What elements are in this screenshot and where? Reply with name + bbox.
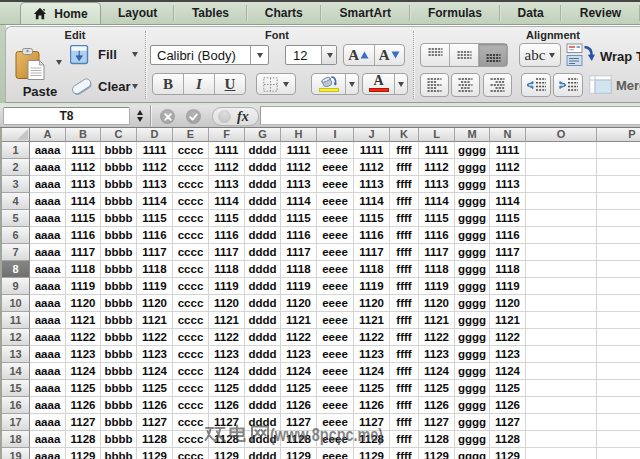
cell-b16[interactable]: 1126 <box>66 397 101 414</box>
cell-l14[interactable]: 1124 <box>419 363 455 380</box>
align-middle-button[interactable] <box>449 44 478 66</box>
cell-f8[interactable]: 1118 <box>209 261 245 278</box>
cell-h15[interactable]: 1125 <box>281 380 317 397</box>
font-color-dropdown[interactable] <box>394 74 407 94</box>
cell-b9[interactable]: 1119 <box>66 278 101 295</box>
cell-m3[interactable]: gggg <box>455 176 490 193</box>
row-header-7[interactable]: 7 <box>2 244 30 261</box>
cell-i12[interactable]: eeee <box>317 329 354 346</box>
cell-a7[interactable]: aaaa <box>30 244 66 261</box>
align-right-button[interactable] <box>483 73 512 97</box>
cell-e11[interactable]: cccc <box>173 312 209 329</box>
cell-n3[interactable]: 1113 <box>490 176 526 193</box>
cell-f9[interactable]: 1119 <box>209 278 245 295</box>
cell-p15[interactable] <box>597 380 640 397</box>
cell-k12[interactable]: ffff <box>390 329 419 346</box>
cell-f2[interactable]: 1112 <box>209 159 245 176</box>
cell-j15[interactable]: 1125 <box>354 380 390 397</box>
wrap-text-button[interactable]: Wrap Text <box>566 43 640 69</box>
cell-f11[interactable]: 1121 <box>209 312 245 329</box>
cell-n5[interactable]: 1115 <box>490 210 526 227</box>
cell-k16[interactable]: ffff <box>390 397 419 414</box>
cell-j11[interactable]: 1121 <box>354 312 390 329</box>
cell-f19[interactable]: 1129 <box>209 448 245 459</box>
increase-indent-button[interactable] <box>553 73 583 97</box>
cell-k8[interactable]: ffff <box>390 261 419 278</box>
cell-c2[interactable]: bbbb <box>101 159 137 176</box>
orientation-button[interactable]: abc <box>519 43 561 67</box>
font-size-combo[interactable]: 12 <box>285 45 337 65</box>
insert-function-button[interactable]: fx <box>212 107 259 126</box>
cell-j16[interactable]: 1126 <box>354 397 390 414</box>
cell-e6[interactable]: cccc <box>173 227 209 244</box>
cell-h4[interactable]: 1114 <box>281 193 317 210</box>
cell-l2[interactable]: 1112 <box>419 159 455 176</box>
row-header-10[interactable]: 10 <box>2 295 30 312</box>
cell-l13[interactable]: 1123 <box>419 346 455 363</box>
cell-c18[interactable]: bbbb <box>101 431 137 448</box>
cell-d6[interactable]: 1116 <box>137 227 173 244</box>
cell-i13[interactable]: eeee <box>317 346 354 363</box>
cell-l1[interactable]: 1111 <box>419 142 455 159</box>
cell-i16[interactable]: eeee <box>317 397 354 414</box>
cell-m8[interactable]: gggg <box>455 261 490 278</box>
cell-m4[interactable]: gggg <box>455 193 490 210</box>
cell-b14[interactable]: 1124 <box>66 363 101 380</box>
cell-j8[interactable]: 1118 <box>354 261 390 278</box>
row-header-1[interactable]: 1 <box>2 142 30 159</box>
cell-a8[interactable]: aaaa <box>30 261 66 278</box>
cell-i8[interactable]: eeee <box>317 261 354 278</box>
cell-p1[interactable] <box>597 142 640 159</box>
cell-f16[interactable]: 1126 <box>209 397 245 414</box>
cell-k7[interactable]: ffff <box>390 244 419 261</box>
cell-e14[interactable]: cccc <box>173 363 209 380</box>
cell-e2[interactable]: cccc <box>173 159 209 176</box>
cell-o11[interactable] <box>526 312 597 329</box>
cell-j18[interactable]: 1128 <box>354 431 390 448</box>
cell-o1[interactable] <box>526 142 597 159</box>
cell-l8[interactable]: 1118 <box>419 261 455 278</box>
cell-h14[interactable]: 1124 <box>281 363 317 380</box>
column-header-i[interactable]: I <box>317 128 354 142</box>
cell-p5[interactable] <box>597 210 640 227</box>
cell-k6[interactable]: ffff <box>390 227 419 244</box>
cell-o13[interactable] <box>526 346 597 363</box>
cell-a14[interactable]: aaaa <box>30 363 66 380</box>
row-header-6[interactable]: 6 <box>2 227 30 244</box>
cell-a6[interactable]: aaaa <box>30 227 66 244</box>
cell-o18[interactable] <box>526 431 597 448</box>
cell-h9[interactable]: 1119 <box>281 278 317 295</box>
cell-m16[interactable]: gggg <box>455 397 490 414</box>
cell-g2[interactable]: dddd <box>245 159 281 176</box>
tab-home[interactable]: Home <box>20 2 101 24</box>
cell-n9[interactable]: 1119 <box>490 278 526 295</box>
cell-m17[interactable]: gggg <box>455 414 490 431</box>
fill-button[interactable]: Fill <box>70 45 140 65</box>
merge-button[interactable]: Merge <box>589 74 640 98</box>
cell-n13[interactable]: 1123 <box>490 346 526 363</box>
cell-c13[interactable]: bbbb <box>101 346 137 363</box>
name-box-stepper[interactable] <box>133 107 147 125</box>
cell-h17[interactable]: 1127 <box>281 414 317 431</box>
cell-m13[interactable]: gggg <box>455 346 490 363</box>
cell-p10[interactable] <box>597 295 640 312</box>
cell-p2[interactable] <box>597 159 640 176</box>
cell-i3[interactable]: eeee <box>317 176 354 193</box>
cell-l5[interactable]: 1115 <box>419 210 455 227</box>
cell-d1[interactable]: 1111 <box>137 142 173 159</box>
cell-k5[interactable]: ffff <box>390 210 419 227</box>
cell-k10[interactable]: ffff <box>390 295 419 312</box>
paste-dropdown-arrow[interactable] <box>56 60 62 65</box>
cell-d7[interactable]: 1117 <box>137 244 173 261</box>
row-header-3[interactable]: 3 <box>2 176 30 193</box>
cell-n8[interactable]: 1118 <box>490 261 526 278</box>
cell-c9[interactable]: bbbb <box>101 278 137 295</box>
cell-a19[interactable]: aaaa <box>30 448 66 459</box>
cell-m19[interactable]: gggg <box>455 448 490 459</box>
row-header-8[interactable]: 8 <box>2 261 30 278</box>
cell-n14[interactable]: 1124 <box>490 363 526 380</box>
cell-o3[interactable] <box>526 176 597 193</box>
row-header-18[interactable]: 18 <box>2 431 30 448</box>
cell-e13[interactable]: cccc <box>173 346 209 363</box>
cell-k19[interactable]: ffff <box>390 448 419 459</box>
